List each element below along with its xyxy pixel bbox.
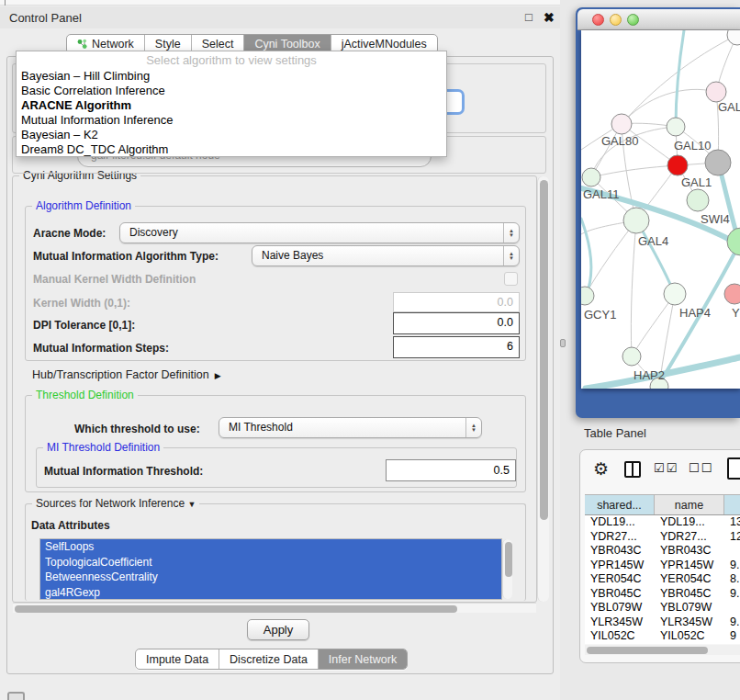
algorithm-options: Bayesian – Hill ClimbingBasic Correlatio… — [17, 69, 446, 157]
table-row[interactable]: YBR043CYBR043C — [585, 544, 740, 559]
column-header[interactable] — [724, 495, 740, 514]
kernel-width-field[interactable]: 0.0 — [393, 292, 520, 312]
network-node[interactable] — [667, 118, 685, 136]
table-cell: YDL19... — [655, 515, 724, 530]
mi-type-label: Mutual Information Algorithm Type: — [33, 250, 219, 263]
node-label: Y — [732, 306, 740, 320]
table-body: YDL19...YDL19...13YDR27...YDR27...12YBR0… — [585, 515, 740, 644]
network-node[interactable] — [706, 82, 726, 102]
aracne-mode-label: Aracne Mode: — [33, 227, 106, 240]
network-edge[interactable] — [631, 220, 636, 356]
settings-horizontal-scrollbar[interactable] — [13, 603, 536, 613]
hub-section-toggle[interactable]: Hub/Transcription Factor Definition▶ — [32, 368, 221, 381]
tab-label: Cyni Toolbox — [254, 38, 320, 51]
network-node[interactable] — [727, 30, 740, 45]
table-cell: YER054C — [585, 572, 655, 587]
data-attribute-item[interactable]: SelfLoops — [40, 539, 501, 555]
close-icon[interactable]: ✖ — [544, 10, 555, 25]
table-cell: YLR345W — [585, 615, 655, 630]
algorithm-option[interactable]: Dream8 DC_TDC Algorithm — [17, 142, 446, 157]
table-row[interactable]: YDL19...YDL19...13 — [585, 515, 740, 530]
which-threshold-value: MI Threshold — [229, 421, 293, 434]
panel-splitter-handle[interactable] — [560, 339, 566, 347]
tab-label: Impute Data — [146, 653, 208, 666]
network-node[interactable] — [727, 228, 740, 255]
split-column-icon[interactable] — [624, 461, 641, 478]
which-threshold-label: Which threshold to use: — [74, 423, 200, 435]
manual-kernel-checkbox[interactable] — [504, 272, 518, 286]
algorithm-option[interactable]: Bayesian – Hill Climbing — [17, 69, 446, 84]
close-traffic-light-icon[interactable] — [592, 14, 604, 26]
aracne-mode-value: Discovery — [129, 226, 178, 239]
network-node[interactable] — [622, 347, 641, 366]
export-table-icon[interactable] — [727, 457, 740, 480]
network-canvas[interactable]: GALGAL80GAL10GAL1GAL11SWI4GAL4GCY1HAP4YH… — [581, 30, 740, 389]
table-row[interactable]: YPR145WYPR145W9. — [585, 559, 740, 573]
aracne-mode-combobox[interactable]: Discovery ▲▼ — [119, 222, 520, 243]
node-table: shared...name YDL19...YDL19...13YDR27...… — [585, 494, 740, 644]
network-edge[interactable] — [585, 220, 636, 296]
mi-threshold-field[interactable]: 0.5 — [386, 459, 516, 481]
settings-vertical-scrollbar[interactable] — [537, 176, 549, 602]
settings-gear-icon[interactable]: ⚙ — [593, 458, 609, 480]
network-node[interactable] — [687, 189, 709, 211]
table-row[interactable]: YIL052CYIL052C9 — [585, 629, 740, 644]
network-node[interactable] — [664, 283, 686, 305]
column-header[interactable]: name — [655, 495, 724, 514]
algorithm-option[interactable]: Bayesian – K2 — [17, 128, 446, 142]
network-edge[interactable] — [637, 221, 674, 293]
table-row[interactable]: YDR27...YDR27...12 — [585, 530, 740, 545]
select-all-checkbox-icon[interactable]: ☑☑ — [654, 461, 678, 475]
which-threshold-combobox[interactable]: MI Threshold ▲▼ — [219, 417, 482, 438]
table-row[interactable]: YLR345WYLR345W9. — [585, 615, 740, 630]
node-label: SWI4 — [701, 212, 730, 226]
table-row[interactable]: YBL079WYBL079W — [585, 601, 740, 615]
network-edge[interactable] — [591, 165, 678, 177]
float-window-icon[interactable]: □ — [525, 10, 533, 24]
network-edge[interactable] — [676, 30, 684, 126]
table-horizontal-scrollbar[interactable] — [585, 645, 740, 655]
bottom-tab-discretize-data[interactable]: Discretize Data — [219, 649, 318, 669]
mi-steps-field[interactable]: 6 — [393, 336, 520, 358]
table-cell: YDR27... — [655, 530, 724, 545]
column-header[interactable]: shared... — [585, 495, 655, 514]
attributes-list-scrollbar[interactable] — [502, 539, 512, 599]
data-attribute-item[interactable]: gal4RGexp — [40, 585, 501, 601]
network-node[interactable] — [581, 287, 594, 305]
table-toolbar: ⚙ ☑☑ ☐☐ — [580, 457, 740, 485]
dpi-tolerance-field[interactable]: 0.0 — [393, 312, 520, 334]
algorithm-option[interactable]: Basic Correlation Inference — [17, 84, 446, 98]
bottom-left-partial-button[interactable] — [7, 692, 25, 700]
stepper-arrows-icon: ▲▼ — [503, 223, 519, 243]
algorithm-option[interactable]: ARACNE Algorithm — [17, 98, 446, 113]
data-attributes-list: SelfLoopsTopologicalCoefficientBetweenne… — [39, 538, 502, 600]
data-attribute-item[interactable]: BetweennessCentrality — [40, 570, 501, 585]
mi-threshold-group-title: MI Threshold Definition — [43, 441, 163, 454]
network-node[interactable] — [611, 114, 632, 134]
bottom-tab-infer-network[interactable]: Infer Network — [318, 649, 407, 669]
stepper-arrows-icon: ▲▼ — [465, 418, 481, 437]
network-edge[interactable] — [622, 89, 716, 124]
table-row[interactable]: YBR045CYBR045C9. — [585, 587, 740, 602]
network-window-titlebar[interactable] — [577, 9, 740, 30]
algorithm-option[interactable]: Mutual Information Inference — [17, 113, 446, 128]
dpi-tolerance-label: DPI Tolerance [0,1]: — [33, 319, 135, 332]
zoom-traffic-light-icon[interactable] — [627, 14, 639, 26]
bottom-tab-impute-data[interactable]: Impute Data — [136, 649, 219, 669]
apply-button[interactable]: Apply — [247, 619, 309, 640]
network-node[interactable] — [705, 150, 731, 175]
network-node[interactable] — [623, 208, 649, 233]
sources-title-row[interactable]: Sources for Network Inference ▼ — [32, 497, 199, 510]
network-node[interactable] — [724, 284, 740, 304]
network-view-window[interactable]: GALGAL80GAL10GAL1GAL11SWI4GAL4GCY1HAP4YH… — [576, 7, 740, 418]
top-strip — [0, 0, 560, 6]
minimize-traffic-light-icon[interactable] — [610, 14, 622, 26]
deselect-all-checkbox-icon[interactable]: ☐☐ — [689, 461, 713, 475]
tab-label: Select — [202, 38, 234, 51]
table-row[interactable]: YER054CYER054C8. — [585, 572, 740, 587]
network-node[interactable] — [582, 168, 600, 186]
kernel-width-label: Kernel Width (0,1): — [33, 297, 130, 310]
data-attribute-item[interactable]: TopologicalCoefficient — [40, 555, 501, 570]
mi-type-combobox[interactable]: Naive Bayes ▲▼ — [252, 245, 520, 266]
network-node[interactable] — [667, 155, 688, 175]
